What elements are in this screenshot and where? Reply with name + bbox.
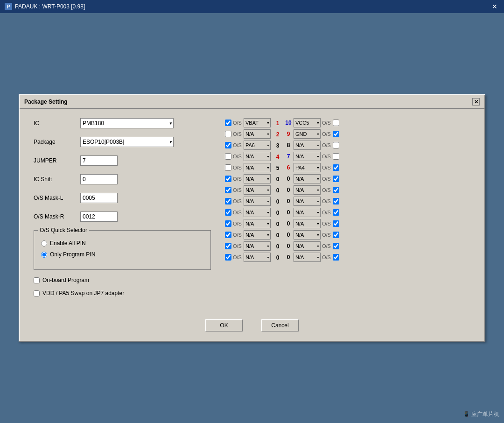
pin-signal-select[interactable]: N/AVBATVCC5GNDPA0PA1PA2PA3PA4PA5PA6PA7PB…	[244, 185, 271, 195]
pin-signal-select[interactable]: N/AVBATVCC5GNDPA0PA1PA2PA3PA4PA5PA6PA7PB…	[244, 174, 271, 183]
pin-os-checkbox[interactable]	[225, 232, 231, 238]
pin-signal-select[interactable]: N/AVBATVCC5GNDPA0PA1PA2PA3PA4PA5PA6PA7PB…	[244, 241, 271, 251]
left-pin-row: O/SN/AVBATVCC5GNDPA0PA1PA2PA3PA4PA5PA6PA…	[225, 152, 271, 161]
jumper-row: JUMPER 7	[34, 155, 211, 166]
dialog-overlay: Package Setting ✕ IC PMB180 ▼	[0, 13, 504, 423]
pin-signal-select[interactable]: N/AVBATVCC5GNDPA0PA1PA2PA3PA4PA5PA6PA7PB…	[244, 141, 271, 150]
pin-signal-select[interactable]: N/AVBATVCC5GNDPA0PA1PA2PA3PA4PA5PA6PA7PB…	[244, 152, 271, 161]
pin-signal-select[interactable]: N/AVBATVCC5GNDPA0PA1PA2PA3PA4PA5PA6PA7PB…	[294, 241, 321, 251]
pin-os-checkbox-right[interactable]	[333, 232, 339, 238]
pin-signal-select[interactable]: N/AVBATVCC5GNDPA0PA1PA2PA3PA4PA5PA6PA7PB…	[244, 129, 271, 139]
pin-os-checkbox[interactable]	[225, 187, 231, 193]
pin-number-right: 0	[285, 187, 292, 193]
pin-signal-select[interactable]: N/AVBATVCC5GNDPA0PA1PA2PA3PA4PA5PA6PA7PB…	[244, 219, 271, 228]
package-select[interactable]: ESOP10[P003B]	[80, 137, 174, 147]
pin-os-checkbox-right[interactable]	[333, 164, 339, 171]
pin-os-checkbox-right[interactable]	[333, 243, 339, 249]
pin-signal-select[interactable]: N/AVBATVCC5GNDPA0PA1PA2PA3PA4PA5PA6PA7PB…	[294, 253, 321, 262]
pin-os-checkbox[interactable]	[225, 176, 231, 182]
pin-number-right: 0	[285, 232, 292, 238]
pin-os-checkbox-right[interactable]	[333, 254, 339, 261]
package-row: Package ESOP10[P003B] ▼	[34, 137, 211, 147]
ic-select[interactable]: PMB180	[80, 118, 174, 128]
left-pin-row: O/SN/AVBATVCC5GNDPA0PA1PA2PA3PA4PA5PA6PA…	[225, 219, 271, 228]
pin-os-checkbox-right[interactable]	[333, 198, 339, 204]
dialog-close-button[interactable]: ✕	[472, 98, 480, 106]
pin-signal-select[interactable]: N/AVBATVCC5GNDPA0PA1PA2PA3PA4PA5PA6PA7PB…	[294, 129, 321, 139]
pin-signal-select[interactable]: N/AVBATVCC5GNDPA0PA1PA2PA3PA4PA5PA6PA7PB…	[294, 230, 321, 240]
enable-all-radio[interactable]	[41, 240, 47, 247]
pin-signal-select-wrapper: N/AVBATVCC5GNDPA0PA1PA2PA3PA4PA5PA6PA7PB…	[294, 163, 321, 172]
ic-shift-input[interactable]	[80, 174, 118, 184]
pin-signal-select[interactable]: N/AVBATVCC5GNDPA0PA1PA2PA3PA4PA5PA6PA7PB…	[294, 152, 321, 161]
pin-os-checkbox-right[interactable]	[333, 131, 339, 137]
pin-signal-select-wrapper: N/AVBATVCC5GNDPA0PA1PA2PA3PA4PA5PA6PA7PB…	[294, 219, 321, 228]
pin-signal-select[interactable]: N/AVBATVCC5GNDPA0PA1PA2PA3PA4PA5PA6PA7PB…	[294, 118, 321, 127]
pin-os-label-right: O/S	[322, 254, 331, 260]
ok-button[interactable]: OK	[205, 319, 243, 331]
pin-number-right: 0	[285, 243, 292, 249]
right-pin-row: 8N/AVBATVCC5GNDPA0PA1PA2PA3PA4PA5PA6PA7P…	[285, 141, 339, 150]
os-mask-l-label: O/S Mask-L	[34, 195, 80, 201]
pin-signal-select[interactable]: N/AVBATVCC5GNDPA0PA1PA2PA3PA4PA5PA6PA7PB…	[244, 208, 271, 217]
pin-os-checkbox[interactable]	[225, 131, 231, 137]
os-mask-r-input[interactable]	[80, 212, 118, 222]
pin-signal-select[interactable]: N/AVBATVCC5GNDPA0PA1PA2PA3PA4PA5PA6PA7PB…	[244, 118, 271, 127]
pin-signal-select[interactable]: N/AVBATVCC5GNDPA0PA1PA2PA3PA4PA5PA6PA7PB…	[244, 253, 271, 262]
pin-os-label-right: O/S	[322, 131, 331, 137]
pin-os-checkbox[interactable]	[225, 198, 231, 204]
pin-signal-select[interactable]: N/AVBATVCC5GNDPA0PA1PA2PA3PA4PA5PA6PA7PB…	[244, 163, 271, 172]
pin-signal-select[interactable]: N/AVBATVCC5GNDPA0PA1PA2PA3PA4PA5PA6PA7PB…	[244, 230, 271, 240]
os-mask-l-input[interactable]	[80, 193, 118, 203]
pin-number-left: 0	[273, 208, 282, 218]
app-close-button[interactable]: ✕	[490, 2, 499, 11]
pin-number-left: 4	[273, 152, 282, 162]
pin-signal-select-wrapper: N/AVBATVCC5GNDPA0PA1PA2PA3PA4PA5PA6PA7PB…	[294, 118, 321, 127]
pin-os-checkbox[interactable]	[225, 120, 231, 126]
pin-os-checkbox-right[interactable]	[333, 209, 339, 216]
pin-os-checkbox[interactable]	[225, 164, 231, 171]
left-pin-row: O/SN/AVBATVCC5GNDPA0PA1PA2PA3PA4PA5PA6PA…	[225, 208, 271, 217]
pin-os-label: O/S	[233, 221, 242, 226]
pin-signal-select[interactable]: N/AVBATVCC5GNDPA0PA1PA2PA3PA4PA5PA6PA7PB…	[294, 163, 321, 172]
pin-signal-select-wrapper: N/AVBATVCC5GNDPA0PA1PA2PA3PA4PA5PA6PA7PB…	[294, 241, 321, 251]
pin-signal-select[interactable]: N/AVBATVCC5GNDPA0PA1PA2PA3PA4PA5PA6PA7PB…	[294, 185, 321, 195]
pin-os-checkbox[interactable]	[225, 209, 231, 216]
pin-os-checkbox-right[interactable]	[333, 187, 339, 193]
pin-os-checkbox[interactable]	[225, 142, 231, 148]
os-mask-l-row: O/S Mask-L	[34, 193, 211, 203]
pin-os-checkbox-right[interactable]	[333, 153, 339, 160]
right-pin-row: 6N/AVBATVCC5GNDPA0PA1PA2PA3PA4PA5PA6PA7P…	[285, 163, 339, 172]
pin-signal-select[interactable]: N/AVBATVCC5GNDPA0PA1PA2PA3PA4PA5PA6PA7PB…	[294, 219, 321, 228]
jumper-input[interactable]: 7	[80, 155, 118, 166]
pin-os-checkbox[interactable]	[225, 153, 231, 160]
right-pin-row: 0N/AVBATVCC5GNDPA0PA1PA2PA3PA4PA5PA6PA7P…	[285, 230, 339, 240]
cancel-button[interactable]: Cancel	[261, 319, 299, 331]
pin-os-checkbox-right[interactable]	[333, 176, 339, 182]
pin-os-checkbox[interactable]	[225, 254, 231, 261]
pin-number-left: 0	[273, 241, 282, 252]
pin-os-checkbox[interactable]	[225, 243, 231, 249]
only-program-radio[interactable]	[41, 252, 47, 258]
title-bar: P PADAUK : WRT-P003 [0.98] ✕	[0, 0, 504, 13]
pin-number-right: 0	[285, 198, 292, 204]
pin-os-checkbox-right[interactable]	[333, 220, 339, 227]
pin-signal-select[interactable]: N/AVBATVCC5GNDPA0PA1PA2PA3PA4PA5PA6PA7PB…	[294, 174, 321, 183]
left-pin-row: O/SN/AVBATVCC5GNDPA0PA1PA2PA3PA4PA5PA6PA…	[225, 174, 271, 183]
pin-signal-select-wrapper: N/AVBATVCC5GNDPA0PA1PA2PA3PA4PA5PA6PA7PB…	[294, 174, 321, 183]
pin-number-right: 7	[285, 153, 292, 160]
pin-signal-select-wrapper: N/AVBATVCC5GNDPA0PA1PA2PA3PA4PA5PA6PA7PB…	[244, 253, 271, 262]
pin-signal-select-wrapper: N/AVBATVCC5GNDPA0PA1PA2PA3PA4PA5PA6PA7PB…	[294, 208, 321, 217]
pin-os-label-right: O/S	[322, 198, 331, 204]
pin-os-checkbox-right[interactable]	[333, 142, 339, 148]
pin-signal-select[interactable]: N/AVBATVCC5GNDPA0PA1PA2PA3PA4PA5PA6PA7PB…	[294, 197, 321, 206]
pin-os-checkbox-right[interactable]	[333, 120, 339, 126]
on-board-checkbox[interactable]	[34, 277, 40, 283]
pin-signal-select[interactable]: N/AVBATVCC5GNDPA0PA1PA2PA3PA4PA5PA6PA7PB…	[294, 141, 321, 150]
pin-signal-select[interactable]: N/AVBATVCC5GNDPA0PA1PA2PA3PA4PA5PA6PA7PB…	[294, 208, 321, 217]
pin-signal-select-wrapper: N/AVBATVCC5GNDPA0PA1PA2PA3PA4PA5PA6PA7PB…	[294, 129, 321, 139]
pin-signal-select-wrapper: N/AVBATVCC5GNDPA0PA1PA2PA3PA4PA5PA6PA7PB…	[244, 230, 271, 240]
pin-signal-select[interactable]: N/AVBATVCC5GNDPA0PA1PA2PA3PA4PA5PA6PA7PB…	[244, 197, 271, 206]
vdd-swap-checkbox[interactable]	[34, 290, 40, 296]
pin-os-checkbox[interactable]	[225, 220, 231, 227]
